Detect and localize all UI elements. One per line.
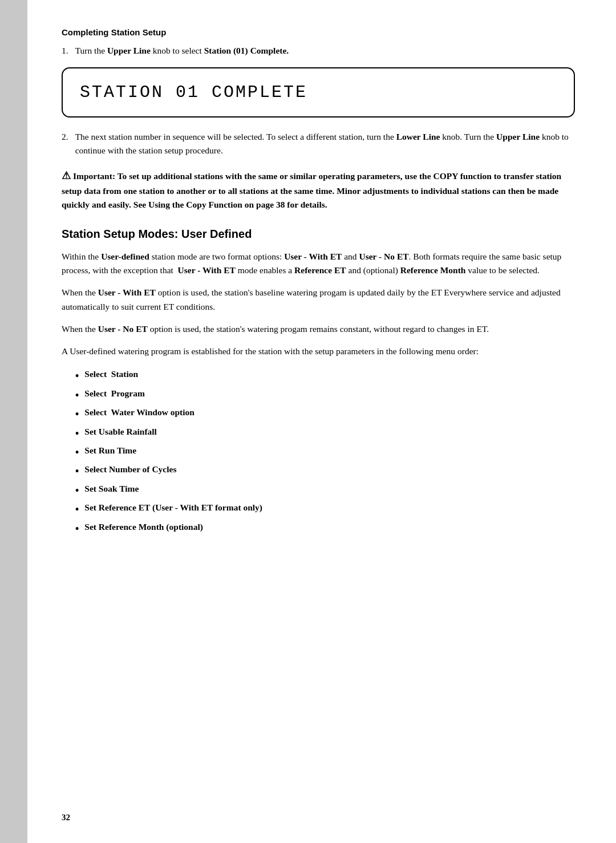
warning-text: Important: To set up additional stations… <box>62 171 561 209</box>
para1-bold6: Reference Month <box>400 265 466 275</box>
para-4: A User-defined watering program is estab… <box>62 345 575 359</box>
bullet-list: Select Station Select Program Select Wat… <box>75 366 575 538</box>
step-1-text: Turn the Upper Line knob to select Stati… <box>75 44 575 57</box>
step-2-bold1: Lower Line <box>396 132 440 141</box>
para1-bold1: User-defined <box>101 252 149 261</box>
left-bar <box>0 0 27 843</box>
page-container: Completing Station Setup 1. Turn the Upp… <box>0 0 616 843</box>
page-number: 32 <box>62 813 70 822</box>
lcd-text: STATION 01 COMPLETE <box>80 83 307 102</box>
para-3: When the User - No ET option is used, th… <box>62 322 575 337</box>
bullet-item-9: Set Reference Month (optional) <box>75 519 575 538</box>
para2-bold1: User - With ET <box>98 287 156 297</box>
step-1-bold2: Station (01) Complete. <box>204 46 289 55</box>
para1-bold3: User - No ET <box>359 252 408 261</box>
bullet-item-2: Select Program <box>75 386 575 404</box>
step-1: 1. Turn the Upper Line knob to select St… <box>62 44 575 57</box>
section-heading: Completing Station Setup <box>62 27 575 37</box>
step-2: 2. The next station number in sequence w… <box>62 130 575 157</box>
step-2-number: 2. <box>62 130 68 157</box>
bullet-item-8: Set Reference ET (User - With ET format … <box>75 500 575 518</box>
para1-bold5: Reference ET <box>294 265 346 275</box>
warning-block: ⚠Important: To set up additional station… <box>62 168 575 212</box>
step-2-bold2: Upper Line <box>496 132 540 141</box>
page-content: Completing Station Setup 1. Turn the Upp… <box>27 0 616 843</box>
para3-bold1: User - No ET <box>98 324 148 334</box>
warning-icon: ⚠ <box>62 170 71 181</box>
bullet-item-5: Set Run Time <box>75 443 575 461</box>
bullet-item-7: Set Soak Time <box>75 481 575 500</box>
para-2: When the User - With ET option is used, … <box>62 286 575 314</box>
lcd-display-box: STATION 01 COMPLETE <box>62 67 575 117</box>
bullet-item-3: Select Water Window option <box>75 404 575 423</box>
step-1-bold1: Upper Line <box>107 46 151 55</box>
bullet-item-1: Select Station <box>75 366 575 385</box>
para1-bold2: User - With ET <box>284 252 342 261</box>
step-1-number: 1. <box>62 44 68 57</box>
bullet-item-6: Select Number of Cycles <box>75 461 575 480</box>
para1-bold4: User - With ET <box>178 265 236 275</box>
step-2-text: The next station number in sequence will… <box>75 130 575 157</box>
para-1: Within the User-defined station mode are… <box>62 250 575 278</box>
section-title: Station Setup Modes: User Defined <box>62 228 575 241</box>
bullet-item-4: Set Usable Rainfall <box>75 424 575 443</box>
